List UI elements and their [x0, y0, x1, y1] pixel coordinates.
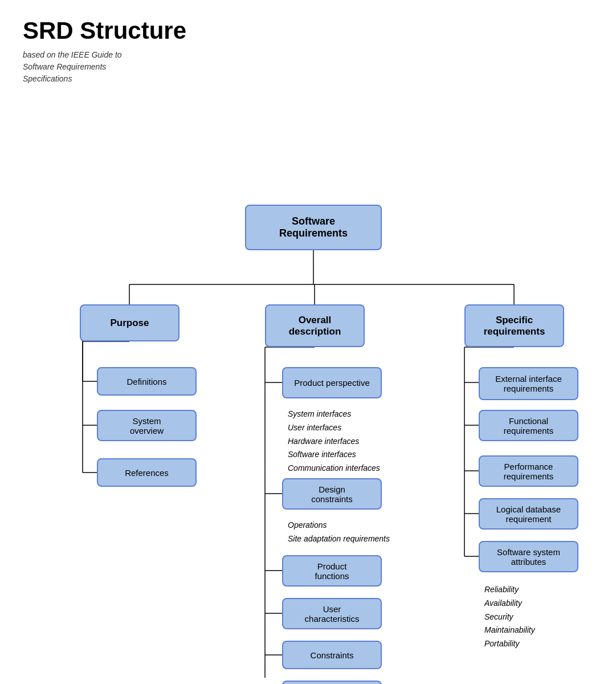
page-title: SRD Structure — [23, 17, 593, 44]
functional-node: Functional requirements — [479, 410, 578, 441]
references-node: References — [97, 458, 197, 487]
overall-node: Overall description — [265, 304, 365, 347]
system-overview-node: System overview — [97, 410, 197, 441]
specific-node: Specific requirements — [464, 304, 564, 347]
definitions-node: Definitions — [97, 367, 197, 396]
product-functions-node: Product functions — [282, 555, 382, 587]
product-perspective-node: Product perspective — [282, 367, 382, 398]
dc-sub-node: Operations Site adaptation requirements — [282, 516, 405, 542]
external-interface-node: External interface requirements — [479, 367, 578, 400]
page-subtitle: based on the IEEE Guide to Software Requ… — [23, 49, 137, 85]
performance-node: Performance requirements — [479, 455, 578, 487]
logical-db-node: Logical database requirement — [479, 498, 578, 530]
pp-sub-node: System interfaces User interfaces Hardwa… — [282, 404, 405, 470]
assumptions-node: Assumptions and dependencies — [282, 681, 382, 684]
purpose-node: Purpose — [80, 304, 180, 341]
ss-sub-node: Reliability Availability Security Mainta… — [479, 580, 578, 637]
constraints-node: Constraints — [282, 641, 382, 669]
design-constraints-node: Design constraints — [282, 478, 382, 510]
user-characteristics-node: User characteristics — [282, 598, 382, 629]
root-node: Software Requirements — [245, 205, 382, 250]
diagram: Software Requirements Purpose Overall de… — [23, 108, 593, 678]
software-system-node: Software system attributes — [479, 541, 578, 572]
